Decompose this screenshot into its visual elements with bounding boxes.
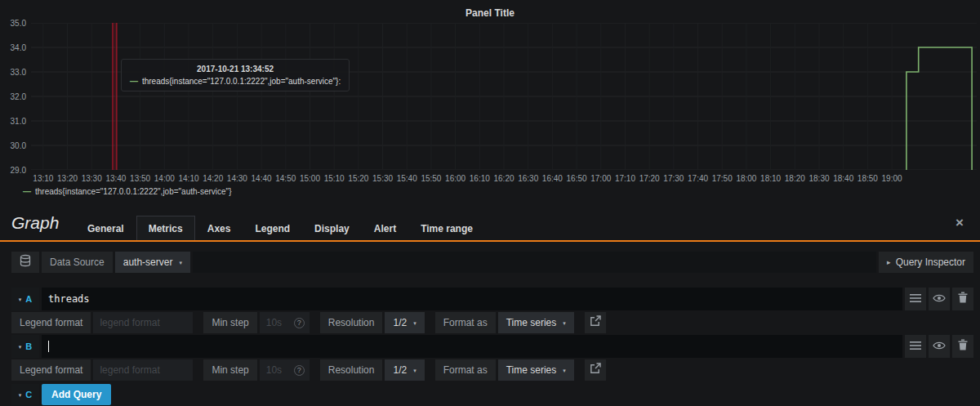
query-collapse-b[interactable]: ▾ B bbox=[11, 335, 39, 358]
query-menu-button-b[interactable] bbox=[905, 335, 926, 358]
x-tick-label: 17:20 bbox=[639, 174, 660, 183]
y-tick-label: 34.0 bbox=[11, 43, 26, 52]
query-delete-button-a[interactable] bbox=[952, 288, 973, 310]
format-as-value: Time series bbox=[506, 317, 557, 328]
eye-icon bbox=[933, 292, 946, 306]
chevron-down-icon: ▾ bbox=[179, 260, 182, 265]
query-expr-wrap-a bbox=[42, 288, 902, 310]
format-as-label: Format as bbox=[435, 359, 496, 381]
x-tick-label: 17:10 bbox=[615, 174, 635, 183]
datasource-select[interactable]: auth-server ▾ bbox=[115, 252, 190, 273]
plot-svg bbox=[31, 23, 977, 170]
y-tick-label: 31.0 bbox=[11, 117, 26, 126]
text-cursor bbox=[48, 341, 49, 352]
y-tick-label: 32.0 bbox=[11, 92, 26, 101]
min-step-input-a[interactable] bbox=[260, 317, 294, 328]
x-tick-label: 17:50 bbox=[712, 174, 733, 183]
graph-tooltip: 2017-10-21 13:34:52 —threads{instance="1… bbox=[121, 59, 350, 91]
min-step-wrap-a: ? bbox=[260, 312, 310, 333]
chevron-down-icon: ▾ bbox=[563, 320, 566, 326]
x-tick-label: 16:20 bbox=[493, 174, 514, 183]
x-tick-label: 16:10 bbox=[470, 174, 490, 183]
x-tick-label: 18:00 bbox=[736, 174, 756, 183]
format-as-value: Time series bbox=[506, 364, 557, 376]
y-tick-label: 33.0 bbox=[11, 68, 26, 77]
legend-format-input-a[interactable] bbox=[93, 312, 193, 333]
resolution-select-a[interactable]: 1/2 ▾ bbox=[385, 312, 424, 333]
tab-display[interactable]: Display bbox=[302, 216, 362, 240]
tab-general[interactable]: General bbox=[75, 216, 136, 240]
x-tick-label: 13:40 bbox=[105, 174, 126, 183]
query-options-row-b: Legend format Min step ? Resolution 1/2 … bbox=[11, 359, 973, 381]
x-tick-label: 15:40 bbox=[397, 174, 417, 183]
open-external-button-b[interactable] bbox=[585, 359, 606, 381]
query-collapse-a[interactable]: ▾ A bbox=[11, 288, 39, 310]
query-visibility-button-a[interactable] bbox=[929, 288, 950, 310]
query-collapse-c[interactable]: ▾ C bbox=[11, 384, 39, 405]
tab-metrics[interactable]: Metrics bbox=[136, 216, 195, 240]
query-ref-letter: B bbox=[25, 341, 32, 351]
query-ref-letter: C bbox=[25, 390, 32, 399]
editor-title: Graph bbox=[11, 213, 75, 233]
x-tick-label: 17:30 bbox=[663, 174, 684, 183]
x-tick-label: 16:30 bbox=[518, 174, 538, 183]
datasource-icon-button[interactable] bbox=[11, 252, 39, 273]
y-tick-label: 30.0 bbox=[11, 141, 26, 150]
panel-title: Panel Title bbox=[0, 0, 980, 19]
x-tick-label: 18:40 bbox=[833, 174, 853, 183]
datasource-value: auth-server bbox=[123, 257, 173, 268]
chevron-down-icon: ▾ bbox=[19, 392, 22, 398]
min-step-wrap-b: ? bbox=[260, 359, 310, 381]
external-link-icon bbox=[590, 315, 601, 330]
query-row-b: ▾ B bbox=[11, 335, 973, 358]
editor-tabs: GeneralMetricsAxesLegendDisplayAlertTime… bbox=[75, 216, 485, 240]
query-menu-button-a[interactable] bbox=[905, 288, 926, 310]
tab-legend[interactable]: Legend bbox=[243, 216, 302, 240]
legend-format-label: Legend format bbox=[11, 312, 91, 333]
format-as-select-a[interactable]: Time series ▾ bbox=[498, 312, 574, 333]
y-axis-labels: 35.034.033.032.031.030.029.0 bbox=[3, 23, 28, 170]
grafana-edit-screen: Panel Title 35.034.033.032.031.030.029.0… bbox=[0, 0, 980, 406]
x-tick-label: 17:40 bbox=[688, 174, 708, 183]
resolution-select-b[interactable]: 1/2 ▾ bbox=[385, 359, 424, 381]
menu-icon bbox=[910, 292, 921, 306]
x-tick-label: 14:20 bbox=[203, 174, 223, 183]
tab-axes[interactable]: Axes bbox=[195, 216, 243, 240]
query-delete-button-b[interactable] bbox=[952, 335, 973, 358]
datasource-row: Data Source auth-server ▾ ▸ Query Inspec… bbox=[11, 252, 973, 273]
menu-icon bbox=[910, 339, 921, 354]
x-tick-label: 14:10 bbox=[178, 174, 198, 183]
x-tick-label: 14:00 bbox=[154, 174, 175, 183]
help-icon[interactable]: ? bbox=[294, 365, 305, 376]
panel-legend[interactable]: —threads{instance="127.0.0.1:2222",job="… bbox=[23, 187, 231, 196]
query-inspector-button[interactable]: ▸ Query Inspector bbox=[879, 252, 973, 273]
add-query-row: ▾ C Add Query bbox=[11, 384, 973, 405]
query-visibility-button-b[interactable] bbox=[929, 335, 950, 358]
add-query-button[interactable]: Add Query bbox=[42, 384, 111, 405]
y-tick-label: 35.0 bbox=[11, 19, 26, 28]
close-editor-button[interactable]: × bbox=[951, 215, 969, 231]
query-inspector-label: Query Inspector bbox=[896, 257, 965, 268]
legend-format-input-b[interactable] bbox=[93, 359, 193, 381]
x-tick-label: 14:30 bbox=[227, 174, 247, 183]
open-external-button-a[interactable] bbox=[585, 312, 606, 333]
help-icon[interactable]: ? bbox=[294, 318, 305, 328]
chevron-down-icon: ▾ bbox=[19, 344, 22, 350]
x-tick-label: 14:50 bbox=[275, 174, 296, 183]
query-block-a: ▾ A bbox=[11, 288, 973, 333]
x-tick-label: 18:10 bbox=[760, 174, 781, 183]
tab-alert[interactable]: Alert bbox=[362, 216, 408, 240]
tab-time-range[interactable]: Time range bbox=[408, 216, 485, 240]
x-tick-label: 18:30 bbox=[808, 174, 829, 183]
plot-area[interactable]: 2017-10-21 13:34:52 —threads{instance="1… bbox=[31, 23, 977, 170]
tooltip-series-label: threads{instance="127.0.0.1:2222",job="a… bbox=[142, 77, 341, 86]
trash-icon bbox=[958, 292, 968, 306]
format-as-select-b[interactable]: Time series ▾ bbox=[498, 359, 574, 381]
chevron-down-icon: ▾ bbox=[413, 368, 416, 373]
tooltip-series-row: —threads{instance="127.0.0.1:2222",job="… bbox=[130, 77, 341, 86]
query-expr-input-b[interactable] bbox=[42, 335, 902, 358]
query-expr-input-a[interactable] bbox=[42, 288, 902, 310]
external-link-icon bbox=[590, 363, 601, 377]
x-tick-label: 16:50 bbox=[567, 174, 587, 183]
min-step-input-b[interactable] bbox=[260, 364, 294, 376]
